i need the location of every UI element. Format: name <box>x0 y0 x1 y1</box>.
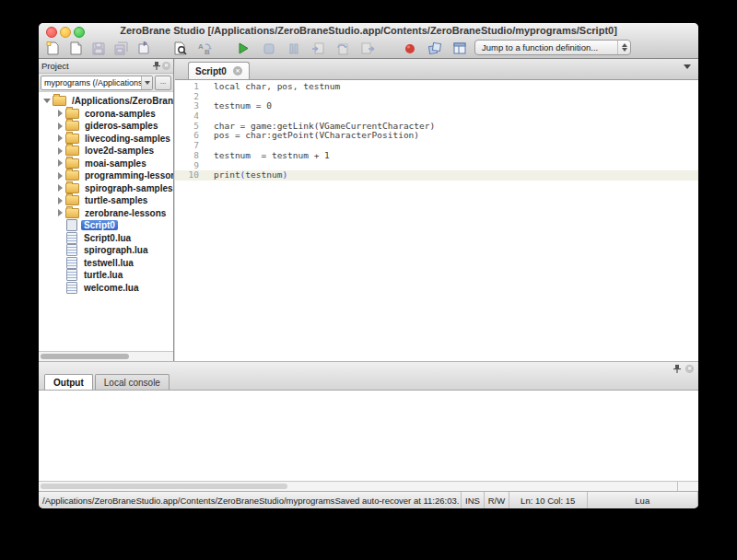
find-in-files-icon[interactable] <box>172 41 188 56</box>
tab-close-icon[interactable]: ✕ <box>233 66 242 76</box>
scrollbar-thumb[interactable] <box>41 484 287 489</box>
status-project-path: /Applications/ZeroBraneStudio.app/Conten… <box>42 496 334 506</box>
tree-item[interactable]: spirograph-samples <box>39 182 173 195</box>
choose-project-directory-button[interactable]: ... <box>155 76 171 90</box>
tree-item-label: gideros-samples <box>82 121 160 131</box>
step-into-icon[interactable] <box>310 41 326 56</box>
code-line[interactable]: 1local char, pos, testnum <box>175 82 698 92</box>
lua-file-icon <box>66 257 77 269</box>
chevron-down-icon <box>141 76 152 89</box>
project-panel-close-icon[interactable]: ✕ <box>162 62 170 70</box>
tree-item[interactable]: livecoding-samples <box>39 133 173 146</box>
tree-item[interactable]: testwell.lua <box>39 257 173 270</box>
status-bar: /Applications/ZeroBraneStudio.app/Conten… <box>39 491 698 508</box>
bottom-horizontal-scrollbar[interactable] <box>39 481 698 491</box>
tree-item[interactable]: gideros-samples <box>39 120 173 133</box>
project-panel-header: Project ✕ <box>39 59 173 74</box>
run-icon[interactable] <box>236 41 252 56</box>
tree-item[interactable]: love2d-samples <box>39 145 173 158</box>
output-content[interactable] <box>39 391 698 481</box>
tree-item[interactable]: turtle-samples <box>39 194 173 207</box>
tree-item-label: Script0.lua <box>81 233 134 243</box>
bottom-panel: Output Local console ✕ <box>39 361 698 481</box>
project-horizontal-scrollbar[interactable] <box>39 351 173 361</box>
disclosure-open-icon[interactable] <box>43 99 51 103</box>
view-panels-icon[interactable] <box>451 41 467 56</box>
project-directory-dropdown[interactable]: myprograms (/Applications <box>41 76 153 90</box>
editor-tab-label: Script0 <box>195 66 227 76</box>
toolbar: AB <box>39 39 698 58</box>
set-project-directory-icon[interactable] <box>136 41 152 56</box>
disclosure-closed-icon[interactable] <box>58 147 63 155</box>
zoom-window-button[interactable] <box>74 27 85 38</box>
disclosure-closed-icon[interactable] <box>58 172 63 180</box>
tab-overflow-menu-icon[interactable] <box>684 64 691 69</box>
disclosure-closed-icon[interactable] <box>58 197 63 204</box>
tree-item-label: Script0 <box>81 220 118 230</box>
tree-item-label: love2d-samples <box>82 146 157 156</box>
status-insert-mode: INS <box>465 496 480 506</box>
tree-item-label: welcome.lua <box>81 283 141 293</box>
code-text: testnum = 0 <box>214 101 272 111</box>
fold-margin <box>199 122 214 132</box>
jump-to-function-dropdown[interactable]: Jump to a function definition... <box>474 40 631 55</box>
save-icon[interactable] <box>90 41 106 56</box>
pin-icon[interactable] <box>673 365 681 373</box>
titlebar[interactable]: ZeroBrane Studio [/Applications/ZeroBran… <box>39 23 698 39</box>
tab-local-console[interactable]: Local console <box>95 374 170 390</box>
status-cursor-position: Ln: 10 Col: 15 <box>521 496 575 506</box>
tree-item[interactable]: zerobrane-lessons <box>39 207 173 220</box>
step-over-icon[interactable] <box>335 41 351 56</box>
tree-item[interactable]: Script0.lua <box>39 232 173 245</box>
disclosure-closed-icon[interactable] <box>58 110 63 117</box>
code-editor[interactable]: 1local char, pos, testnum23testnum = 045… <box>175 80 698 361</box>
disclosure-closed-icon[interactable] <box>58 122 63 130</box>
tree-item[interactable]: turtle.lua <box>39 269 173 282</box>
fold-margin <box>199 141 214 151</box>
fold-margin <box>199 82 214 92</box>
window-chrome: ZeroBrane Studio [/Applications/ZeroBran… <box>39 23 698 59</box>
code-text: pos = char:getPoint(VCharacterPosition) <box>214 131 419 141</box>
scrollbar-thumb[interactable] <box>41 354 129 359</box>
tree-item[interactable]: /Applications/ZeroBraneStu <box>39 95 173 108</box>
bookmark-icon[interactable] <box>427 41 442 56</box>
open-file-icon[interactable] <box>67 41 83 56</box>
minimize-window-button[interactable] <box>60 27 71 38</box>
tree-item[interactable]: programming-lessons <box>39 169 173 182</box>
tree-item[interactable]: spirograph.lua <box>39 244 173 257</box>
project-tree: /Applications/ZeroBraneStucorona-samples… <box>39 92 173 351</box>
code-line[interactable]: 8testnum = testnum + 1 <box>175 151 698 161</box>
disclosure-closed-icon[interactable] <box>58 209 63 216</box>
pin-icon[interactable] <box>153 62 160 70</box>
pause-icon[interactable] <box>286 41 301 56</box>
fold-margin <box>199 161 214 171</box>
status-language: Lua <box>635 496 649 506</box>
app-window: ZeroBrane Studio [/Applications/ZeroBran… <box>39 23 698 508</box>
tab-output[interactable]: Output <box>44 374 93 390</box>
disclosure-closed-icon[interactable] <box>58 184 63 192</box>
new-file-icon[interactable] <box>44 41 60 56</box>
disclosure-closed-icon[interactable] <box>58 159 63 167</box>
step-out-icon[interactable] <box>360 41 376 56</box>
tree-item-label: zerobrane-lessons <box>82 208 169 218</box>
folder-icon <box>65 183 79 193</box>
code-line-current[interactable]: 10print(testnum) <box>175 170 698 181</box>
document-icon <box>66 219 77 231</box>
disclosure-closed-icon[interactable] <box>58 134 63 142</box>
editor-tab-script0[interactable]: Script0 ✕ <box>188 62 250 79</box>
bottom-panel-close-icon[interactable]: ✕ <box>685 365 694 373</box>
code-line[interactable]: 6pos = char:getPoint(VCharacterPosition) <box>175 131 698 141</box>
main-content: Project ✕ myprograms (/Applications ... … <box>39 59 698 361</box>
editor-panel: Script0 ✕ 1local char, pos, testnum23tes… <box>175 59 698 361</box>
tree-item[interactable]: moai-samples <box>39 158 173 170</box>
tree-item[interactable]: corona-samples <box>39 108 173 121</box>
folder-icon <box>65 121 79 131</box>
tree-item[interactable]: Script0 <box>39 219 173 232</box>
save-all-icon[interactable] <box>113 41 129 56</box>
find-replace-icon[interactable]: AB <box>196 41 212 56</box>
toggle-breakpoint-icon[interactable] <box>402 41 417 56</box>
close-window-button[interactable] <box>46 27 57 38</box>
stop-icon[interactable] <box>261 41 276 56</box>
code-line[interactable]: 3testnum = 0 <box>175 101 698 111</box>
tree-item[interactable]: welcome.lua <box>39 282 173 295</box>
